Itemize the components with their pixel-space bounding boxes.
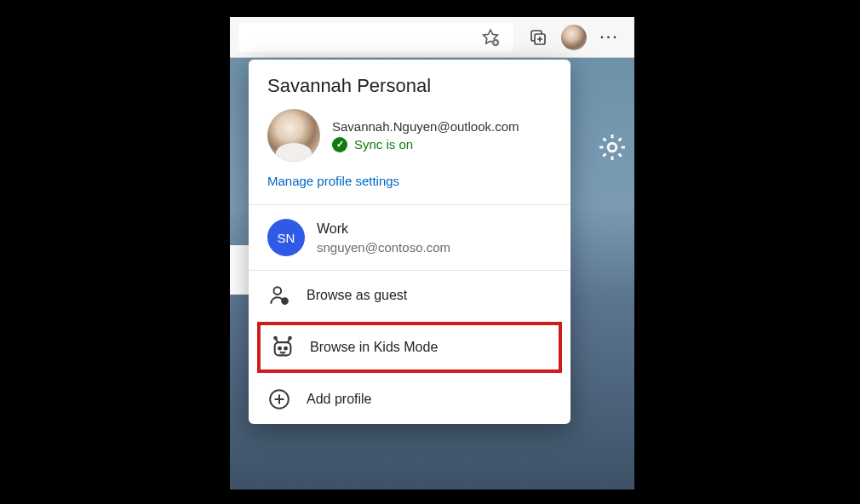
- collections-button[interactable]: [522, 21, 554, 54]
- collections-icon: [528, 27, 548, 48]
- favorite-button[interactable]: [474, 21, 507, 54]
- work-profile-name: Work: [317, 221, 450, 237]
- profile-avatar: [267, 109, 320, 162]
- profile-flyout: Savannah Personal Savannah.Nguyen@outloo…: [249, 60, 570, 424]
- profile-identity-row: Savannah.Nguyen@outlook.com ✓ Sync is on: [267, 109, 552, 162]
- check-icon: ✓: [332, 137, 347, 152]
- sync-status[interactable]: ✓ Sync is on: [332, 137, 519, 152]
- kids-mode-icon: [271, 335, 295, 359]
- svg-point-11: [289, 337, 291, 340]
- ellipsis-icon: ···: [600, 30, 619, 45]
- browse-kids-mode-label: Browse in Kids Mode: [310, 340, 438, 355]
- svg-text:?: ?: [284, 299, 287, 305]
- guest-icon: ?: [268, 284, 290, 306]
- svg-point-3: [608, 143, 616, 152]
- add-profile-item[interactable]: Add profile: [249, 375, 570, 424]
- profile-email: Savannah.Nguyen@outlook.com: [332, 119, 519, 134]
- current-profile-section: Savannah Personal Savannah.Nguyen@outloo…: [249, 60, 570, 204]
- profile-info: Savannah.Nguyen@outlook.com ✓ Sync is on: [332, 119, 519, 152]
- profile-name: Savannah Personal: [267, 75, 552, 97]
- browser-window: ··· Savannah Personal Savannah.Nguyen@ou…: [230, 17, 634, 490]
- add-icon: [268, 388, 290, 410]
- add-profile-label: Add profile: [307, 392, 372, 407]
- browse-as-guest-label: Browse as guest: [307, 288, 407, 303]
- work-profile-info: Work snguyen@contoso.com: [317, 221, 450, 255]
- sync-status-text: Sync is on: [354, 137, 413, 152]
- work-profile-email: snguyen@contoso.com: [317, 240, 450, 255]
- svg-point-4: [274, 287, 282, 295]
- avatar-icon: [561, 25, 587, 50]
- star-add-icon: [480, 27, 501, 48]
- svg-point-10: [274, 337, 277, 340]
- svg-point-9: [284, 347, 287, 350]
- browse-as-guest-item[interactable]: ? Browse as guest: [249, 271, 570, 320]
- settings-gear-icon: [597, 132, 628, 163]
- work-avatar: SN: [267, 219, 305, 256]
- browse-kids-mode-item[interactable]: Browse in Kids Mode: [257, 322, 562, 373]
- work-profile-item[interactable]: SN Work snguyen@contoso.com: [249, 205, 570, 270]
- profile-button[interactable]: [558, 21, 590, 54]
- more-button[interactable]: ···: [593, 21, 626, 54]
- browser-toolbar: ···: [230, 17, 634, 58]
- svg-point-8: [278, 347, 281, 350]
- manage-profile-link[interactable]: Manage profile settings: [267, 174, 399, 188]
- address-bar[interactable]: [238, 23, 513, 52]
